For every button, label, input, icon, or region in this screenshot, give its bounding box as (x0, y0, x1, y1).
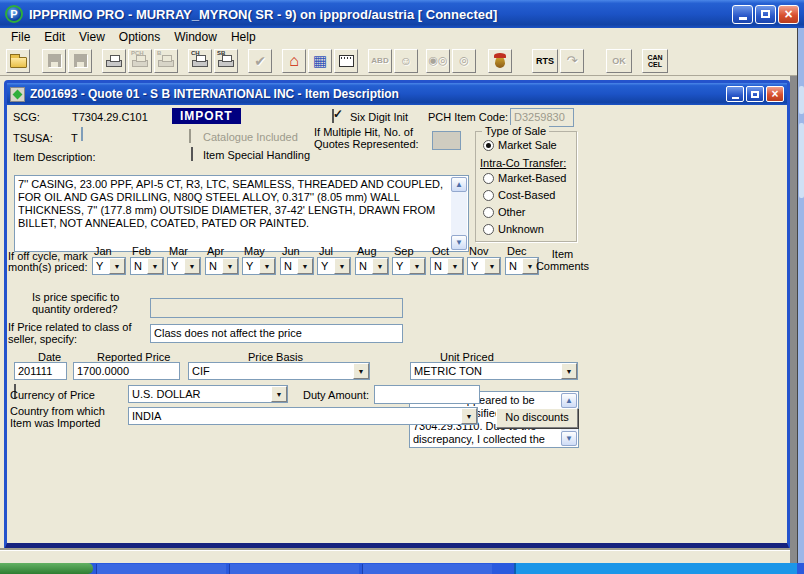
find-person-button-disabled: ☺ (394, 49, 418, 73)
menu-help[interactable]: Help (224, 29, 263, 45)
child-minimize-button[interactable] (726, 86, 744, 102)
month-jan-select[interactable]: Y▼ (92, 257, 126, 275)
open-button[interactable] (6, 49, 30, 73)
form-view-button[interactable] (334, 49, 358, 73)
month-label: Jun (282, 245, 300, 257)
month-mar-select[interactable]: Y▼ (167, 257, 201, 275)
price-basis-select[interactable]: CIF▼ (188, 362, 370, 380)
date-input[interactable]: 201111 (14, 362, 67, 380)
market-based-option[interactable]: Market-Based (483, 172, 566, 184)
month-aug: Aug N▼ (355, 257, 389, 275)
chevron-down-icon[interactable]: ▼ (184, 258, 200, 274)
chevron-down-icon[interactable]: ▼ (271, 386, 287, 402)
main-titlebar: P IPPPRIMO PRO - MURRAY_MYRON( SR - 9) o… (0, 0, 804, 28)
item-comments-label: Item Comments (535, 248, 590, 272)
print-sb-icon (218, 60, 234, 67)
duty-amount-input[interactable] (374, 385, 480, 404)
month-apr: Apr N▼ (205, 257, 239, 275)
chevron-down-icon[interactable]: ▼ (297, 258, 313, 274)
print-sb-button[interactable]: SB (214, 49, 238, 73)
market-sale-option[interactable]: Market Sale (483, 139, 557, 151)
close-button[interactable]: × (778, 5, 799, 24)
chevron-down-icon[interactable]: ▼ (147, 258, 163, 274)
start-button[interactable] (0, 563, 93, 574)
no-discounts-button[interactable]: No discounts (496, 408, 578, 428)
six-digit-init-checkbox[interactable]: ✓ (332, 109, 334, 123)
month-may: May Y▼ (242, 257, 276, 275)
grid-button[interactable]: ▦ (308, 49, 332, 73)
quantity-specific-field (150, 298, 403, 318)
restore-button[interactable] (755, 5, 776, 24)
print-pch-button-disabled: PCH (128, 49, 152, 73)
catalogue-included-checkbox (189, 129, 191, 143)
month-jun-select[interactable]: N▼ (280, 257, 314, 275)
save-all-button-disabled (68, 49, 92, 73)
month-dec-select[interactable]: N▼ (505, 257, 539, 275)
taskbar-item[interactable] (362, 564, 492, 574)
menu-view[interactable]: View (72, 29, 112, 45)
restore-icon (761, 10, 770, 18)
item-special-handling-checkbox[interactable] (191, 147, 193, 161)
scrollbar[interactable]: ▲ ▼ (451, 177, 467, 250)
print-ch-button[interactable]: CH (188, 49, 212, 73)
form-icon (10, 87, 25, 102)
chevron-down-icon[interactable]: ▼ (353, 363, 369, 379)
taskbar-item[interactable] (96, 564, 226, 574)
child-maximize-button[interactable] (746, 86, 764, 102)
cancel-button[interactable]: CANCEL (642, 49, 668, 73)
chevron-down-icon[interactable]: ▼ (334, 258, 350, 274)
unit-priced-select[interactable]: METRIC TON▼ (410, 362, 578, 380)
intra-co-transfer-label: Intra-Co Transfer: (480, 157, 566, 169)
chevron-down-icon[interactable]: ▼ (561, 363, 577, 379)
radio-icon (483, 173, 494, 184)
chevron-down-icon[interactable]: ▼ (461, 408, 477, 424)
acorn-button[interactable] (488, 49, 512, 73)
other-option[interactable]: Other (483, 206, 526, 218)
month-nov-select[interactable]: Y▼ (467, 257, 501, 275)
scroll-up-icon[interactable]: ▲ (451, 177, 467, 192)
taskbar-item[interactable] (229, 564, 359, 574)
chevron-down-icon[interactable]: ▼ (409, 258, 425, 274)
app-icon: P (5, 5, 23, 23)
chevron-down-icon[interactable]: ▼ (259, 258, 275, 274)
class-of-seller-input[interactable]: Class does not affect the price (150, 324, 403, 343)
chevron-down-icon[interactable]: ▼ (372, 258, 388, 274)
month-oct-select[interactable]: N▼ (430, 257, 464, 275)
minimize-button[interactable] (732, 5, 753, 24)
child-close-button[interactable]: × (766, 86, 784, 102)
redo-button-disabled: ↷ (560, 49, 584, 73)
scroll-up-icon[interactable]: ▲ (561, 393, 577, 408)
off-cycle-label-2: month(s) priced: (8, 261, 87, 273)
cost-based-option[interactable]: Cost-Based (483, 189, 555, 201)
reported-price-input[interactable]: 1700.0000 (73, 362, 180, 380)
validate-button-disabled: ✔ (248, 49, 272, 73)
chevron-down-icon[interactable]: ▼ (109, 258, 125, 274)
chevron-down-icon[interactable]: ▼ (484, 258, 500, 274)
month-may-select[interactable]: Y▼ (242, 257, 276, 275)
find-abc-button-disabled: ABD (368, 49, 392, 73)
tsusa-field[interactable] (81, 127, 83, 141)
menu-window[interactable]: Window (167, 29, 224, 45)
item-description-textarea[interactable]: 7'' CASING, 23.00 PPF, API-5 CT, R3, LTC… (14, 175, 469, 252)
month-aug-select[interactable]: N▼ (355, 257, 389, 275)
month-jul-select[interactable]: Y▼ (317, 257, 351, 275)
currency-select[interactable]: U.S. DOLLAR▼ (128, 385, 288, 403)
month-sep-select[interactable]: Y▼ (392, 257, 426, 275)
mdi-background (790, 76, 797, 563)
chevron-down-icon[interactable]: ▼ (447, 258, 463, 274)
menu-options[interactable]: Options (112, 29, 167, 45)
menu-edit[interactable]: Edit (37, 29, 72, 45)
scroll-down-icon[interactable]: ▼ (561, 431, 577, 446)
home-button[interactable]: ⌂ (282, 49, 306, 73)
menu-file[interactable]: File (4, 29, 37, 45)
country-select[interactable]: INDIA▼ (128, 407, 478, 425)
unknown-option[interactable]: Unknown (483, 223, 544, 235)
month-apr-select[interactable]: N▼ (205, 257, 239, 275)
scroll-down-icon[interactable]: ▼ (451, 235, 467, 250)
chevron-down-icon[interactable]: ▼ (222, 258, 238, 274)
month-jan: Jan Y▼ (92, 257, 126, 275)
print-button[interactable] (102, 49, 126, 73)
radio-icon (483, 224, 494, 235)
month-feb-select[interactable]: N▼ (130, 257, 164, 275)
rts-button[interactable]: RTS (532, 49, 558, 73)
